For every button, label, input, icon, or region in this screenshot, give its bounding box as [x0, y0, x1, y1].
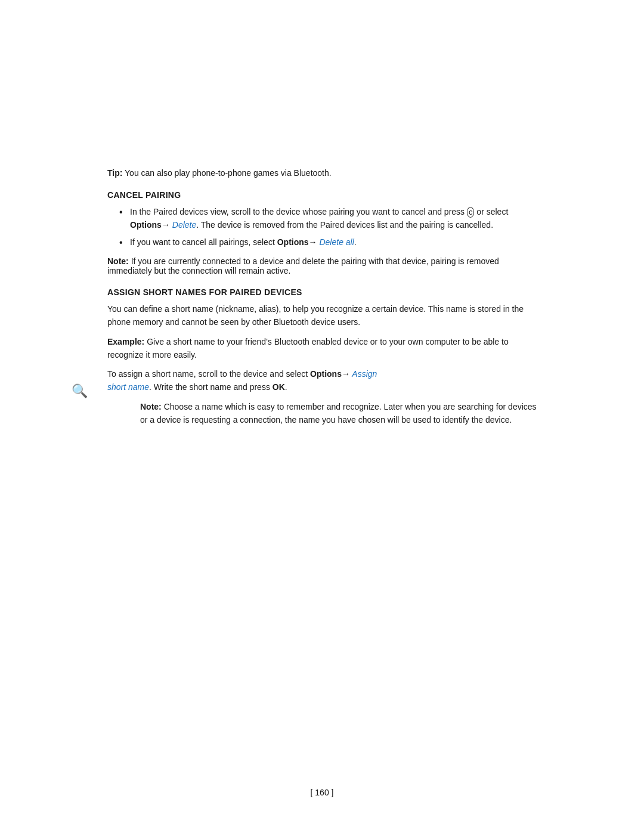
- magnifier-icon: 🔍: [72, 383, 88, 399]
- bullet-2-deleteall-link: Delete all: [317, 237, 354, 247]
- example-line: Example: Give a short name to your frien…: [107, 336, 537, 361]
- bullet-2-period: .: [354, 237, 357, 247]
- cancel-pairing-bullets: In the Paired devices view, scroll to th…: [107, 206, 537, 249]
- page-container: Tip: You can also play phone-to-phone ga…: [0, 0, 644, 833]
- tip-line: Tip: You can also play phone-to-phone ga…: [107, 167, 537, 179]
- example-text: Give a short name to your friend's Bluet…: [107, 337, 509, 360]
- assign-instruction: To assign a short name, scroll to the de…: [107, 368, 537, 394]
- bullet-2-options: Options: [277, 237, 309, 247]
- assign-note-label: Note:: [140, 402, 162, 411]
- instruction-options: Options: [310, 369, 342, 379]
- bullet-2-text-before: If you want to cancel all pairings, sele…: [130, 237, 277, 247]
- page-number: [ 160 ]: [311, 788, 334, 797]
- assign-link: Assign: [350, 369, 377, 379]
- assign-short-names-section: ASSIGN SHORT NAMES FOR PAIRED DEVICES Yo…: [107, 287, 537, 427]
- bullet-2-arrow: →: [309, 237, 317, 247]
- instruction-text-before: To assign a short name, scroll to the de…: [107, 369, 310, 379]
- bullet-1-arrow: →: [162, 220, 170, 230]
- bullet-1-text-middle: or select: [474, 207, 508, 216]
- assign-heading: ASSIGN SHORT NAMES FOR PAIRED DEVICES: [107, 287, 537, 297]
- cancel-pairing-note: Note: If you are currently connected to …: [107, 256, 537, 275]
- assign-note-text: Choose a name which is easy to remember …: [140, 402, 537, 425]
- assign-note: Note: Choose a name which is easy to rem…: [107, 401, 537, 426]
- cancel-pairing-heading: CANCEL PAIRING: [107, 190, 537, 200]
- bullet-1-delete-link: Delete: [170, 220, 196, 230]
- short-name-link: short name: [107, 382, 149, 392]
- bullet-1-text-before: In the Paired devices view, scroll to th…: [130, 207, 467, 216]
- instruction-text-after: . Write the short name and press: [149, 382, 273, 392]
- cancel-note-label: Note:: [107, 256, 129, 266]
- example-block: 🔍 Example: Give a short name to your fri…: [107, 336, 537, 361]
- bullet-item-1: In the Paired devices view, scroll to th…: [119, 206, 537, 231]
- tip-label: Tip:: [107, 168, 122, 178]
- assign-intro-text: You can define a short name (nickname, a…: [107, 303, 537, 329]
- bullet-1-options: Options: [130, 220, 162, 230]
- example-label: Example:: [107, 337, 144, 346]
- cancel-note-text: If you are currently connected to a devi…: [107, 256, 499, 275]
- instruction-arrow: →: [342, 369, 350, 379]
- circle-button-icon: c: [467, 207, 475, 218]
- cancel-pairing-section: CANCEL PAIRING In the Paired devices vie…: [107, 190, 537, 275]
- bullet-1-text-after: . The device is removed from the Paired …: [196, 220, 493, 230]
- tip-text: You can also play phone-to-phone games v…: [122, 168, 331, 178]
- ok-bold: OK: [273, 382, 285, 392]
- instruction-period: .: [285, 382, 287, 392]
- bullet-item-2: If you want to cancel all pairings, sele…: [119, 236, 537, 249]
